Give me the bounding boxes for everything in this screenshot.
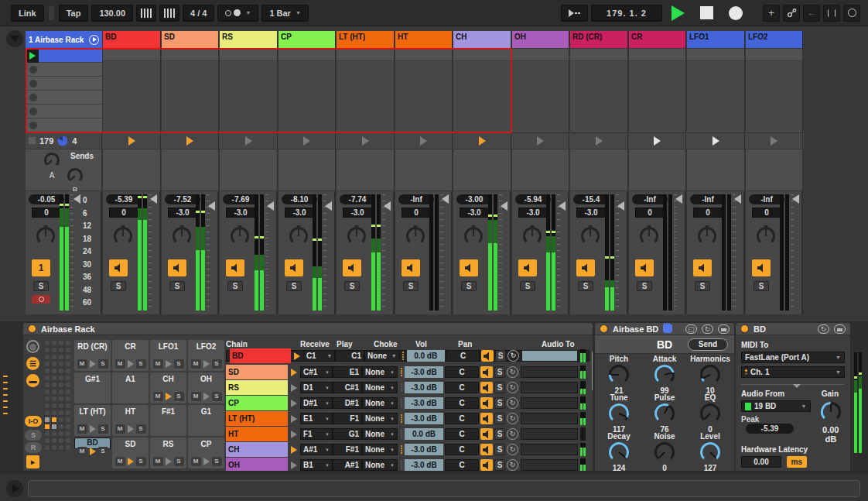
knob-dial[interactable]: [699, 402, 722, 427]
chain-receive-select[interactable]: D#1▼: [300, 397, 333, 409]
volume-field[interactable]: -3.0: [576, 208, 606, 218]
peak-value[interactable]: -5.39: [746, 424, 794, 434]
chain-hot-swap-icon[interactable]: ↻: [507, 382, 518, 393]
clip-slot-column[interactable]: [512, 49, 569, 132]
pan-knob[interactable]: [638, 225, 660, 247]
track-header[interactable]: SD: [162, 31, 219, 48]
volume-field[interactable]: -3.0: [343, 208, 372, 218]
pad-play-button[interactable]: [166, 458, 172, 465]
re-enable-automation-button[interactable]: ←: [803, 5, 820, 22]
clip-slot-column[interactable]: [103, 49, 161, 132]
solo-button[interactable]: S: [111, 281, 126, 291]
auto-select-toggle-icon[interactable]: ▸: [26, 455, 39, 468]
clip-launch-icon[interactable]: [245, 136, 252, 146]
chain-audio-to-field[interactable]: [521, 413, 578, 424]
chain-activator-button[interactable]: [480, 366, 493, 378]
chain-handle[interactable]: [398, 412, 404, 425]
peak-level-display[interactable]: -7.74: [340, 194, 375, 204]
chain-audio-to-field[interactable]: [521, 459, 578, 471]
chain-audio-to-field[interactable]: [521, 366, 578, 378]
pan-knob[interactable]: [171, 225, 193, 247]
chain-play-icon[interactable]: [291, 415, 297, 423]
chain-play-note-field[interactable]: C1: [335, 350, 364, 362]
drum-pad[interactable]: G#1: [74, 372, 111, 403]
device-on-button[interactable]: [600, 324, 608, 333]
chain-hot-swap-icon[interactable]: ↻: [507, 428, 518, 440]
clip-slot[interactable]: [395, 49, 452, 61]
chain-choke-select[interactable]: None▼: [362, 382, 398, 393]
midi-to-select[interactable]: FastLane (Port A)▼: [741, 352, 845, 363]
pad-solo-button[interactable]: S: [174, 359, 184, 369]
volume-field[interactable]: 0: [693, 208, 723, 218]
drum-pad[interactable]: RD (CR) M S: [74, 340, 111, 371]
group-play-icon[interactable]: [89, 35, 99, 45]
pad-mute-button[interactable]: M: [191, 457, 201, 466]
clip-stop-icon[interactable]: [29, 122, 37, 129]
chain-hot-swap-icon[interactable]: ↻: [507, 444, 518, 455]
chain-receive-select[interactable]: B1▼: [300, 459, 333, 471]
chain-choke-select[interactable]: None▼: [362, 397, 398, 409]
chain-hot-swap-icon[interactable]: ↻: [507, 397, 518, 409]
gain-knob[interactable]: [819, 417, 842, 425]
group-track-header[interactable]: 1 Airbase Rack: [26, 31, 102, 48]
drum-pad[interactable]: G1: [188, 405, 224, 436]
input-output-toggle[interactable]: I-O: [25, 416, 42, 427]
chain-receive-select[interactable]: F1▼: [300, 428, 333, 440]
track-activator-button[interactable]: [285, 259, 303, 276]
clip-slot-column[interactable]: [453, 49, 511, 132]
device-knob[interactable]: Level 127: [688, 432, 733, 471]
pad-play-button[interactable]: [90, 448, 96, 455]
audio-from-select[interactable]: 19 BD▼: [741, 400, 811, 412]
device-on-button[interactable]: [740, 324, 749, 333]
knob-dial[interactable]: [699, 441, 722, 465]
chain-play-icon[interactable]: [291, 400, 297, 407]
chain-choke-select[interactable]: None▼: [362, 444, 398, 455]
clip-slot[interactable]: [26, 118, 102, 132]
clip-slot-column[interactable]: [337, 49, 395, 132]
track-header[interactable]: HT: [395, 31, 453, 48]
drum-pad[interactable]: F#1: [150, 405, 186, 436]
scene-stop-icon[interactable]: [29, 137, 36, 144]
chain-volume-field[interactable]: 0.0 dB: [407, 350, 445, 362]
chain-name[interactable]: RS: [226, 380, 288, 395]
tempo-field[interactable]: 130.00: [91, 5, 133, 22]
chain-pan-field[interactable]: C: [445, 382, 479, 393]
track-activator-button[interactable]: [402, 259, 420, 276]
pad-solo-button[interactable]: S: [174, 392, 184, 401]
volume-fader-handle[interactable]: [617, 201, 624, 211]
knob-dial[interactable]: [607, 441, 630, 465]
drum-pad[interactable]: LFO2 M S: [188, 340, 224, 371]
chain-choke-select[interactable]: None▼: [362, 459, 398, 471]
chain-name[interactable]: LT (HT): [226, 411, 288, 426]
chain-solo-button[interactable]: S: [494, 366, 505, 378]
clip-launch-cell[interactable]: [162, 132, 219, 149]
pad-solo-button[interactable]: S: [136, 457, 146, 466]
track-activator-button[interactable]: [226, 259, 244, 276]
clip-stop-icon[interactable]: [29, 80, 37, 88]
pad-solo-button[interactable]: S: [136, 359, 146, 369]
pad-mute-button[interactable]: M: [191, 359, 201, 369]
clip-launch-cell[interactable]: [687, 132, 745, 149]
chain-hot-swap-icon[interactable]: ↻: [507, 459, 518, 471]
chain-play-note-field[interactable]: F1: [333, 413, 362, 424]
chain-row[interactable]: CH A#1▼ F#1 None▼ -3.0 dB C S ↻: [226, 442, 589, 457]
volume-fader-handle[interactable]: [267, 201, 274, 211]
pad-mute-button[interactable]: M: [191, 392, 201, 401]
drum-pad[interactable]: LT (HT) M S: [74, 405, 111, 436]
chain-pan-field[interactable]: C: [445, 444, 479, 455]
quantization-select[interactable]: 1 Bar▼: [261, 5, 308, 22]
pad-solo-button[interactable]: S: [136, 424, 146, 434]
pad-mute-button[interactable]: M: [77, 447, 87, 456]
chain-solo-button[interactable]: S: [494, 444, 505, 455]
drum-pad[interactable]: RS M S: [150, 438, 186, 468]
track-activator-button[interactable]: [518, 259, 537, 276]
solo-button[interactable]: S: [637, 281, 652, 291]
chain-row[interactable]: BD C1▼ C1 None▼ 0.0 dB C S ↻: [226, 350, 589, 362]
pan-knob[interactable]: [755, 225, 777, 247]
drum-pad[interactable]: CP M S: [188, 438, 224, 468]
clip-slot[interactable]: [337, 49, 394, 61]
knob-dial[interactable]: [653, 363, 676, 388]
drum-pad[interactable]: HT M S: [112, 405, 149, 436]
clip-slot[interactable]: [687, 49, 744, 61]
chain-audio-to-field[interactable]: [521, 350, 578, 362]
